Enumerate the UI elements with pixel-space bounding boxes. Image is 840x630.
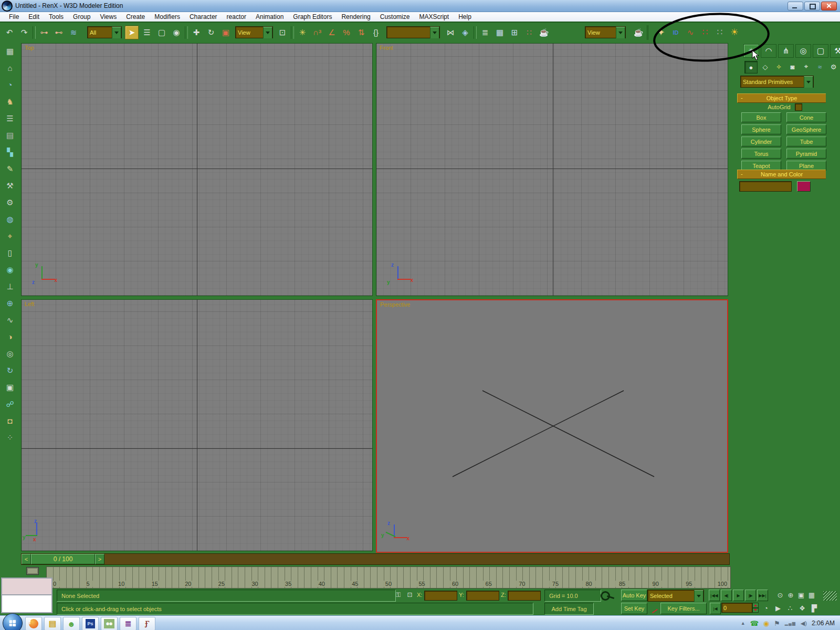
time-slider-track[interactable]: < 0 / 100 > bbox=[21, 553, 730, 565]
cat-systems-icon[interactable]: ⚙ bbox=[827, 61, 839, 72]
select-and-link-icon[interactable]: ⊶ bbox=[38, 26, 50, 39]
viewport-top[interactable]: Top y z x bbox=[21, 43, 373, 296]
collapse-icon[interactable]: - bbox=[741, 171, 743, 177]
select-and-scale-icon[interactable]: ▣ bbox=[219, 26, 232, 39]
cat-lights-icon[interactable]: ✧ bbox=[773, 61, 785, 72]
material-editor-icon[interactable]: ∷ bbox=[523, 26, 536, 39]
toolbar-separator[interactable] bbox=[647, 25, 653, 40]
select-by-name-icon[interactable]: ☰ bbox=[141, 26, 153, 39]
w3d-assign-id-icon[interactable]: ∷ bbox=[713, 26, 726, 39]
play-selected-icon[interactable]: ▶ bbox=[773, 603, 783, 613]
time-configuration-icon[interactable]: ◔ bbox=[761, 603, 771, 613]
object-name-field[interactable] bbox=[739, 181, 792, 192]
w3d-cam-tool-icon[interactable]: ◘ bbox=[4, 415, 16, 427]
object-type-button[interactable]: Cone bbox=[786, 112, 826, 122]
cat-spacewarps-icon[interactable]: ≈ bbox=[814, 61, 826, 72]
cat-helpers-icon[interactable]: ⌖ bbox=[800, 61, 812, 72]
select-and-rotate-icon[interactable]: ↻ bbox=[205, 26, 217, 39]
cat-geometry-icon[interactable]: ● bbox=[744, 61, 758, 74]
menu-item[interactable]: Character bbox=[185, 13, 222, 21]
select-and-move-icon[interactable]: ✚ bbox=[190, 26, 203, 39]
footsteps-icon[interactable]: ∴ bbox=[785, 603, 795, 613]
menu-item[interactable]: MAXScript bbox=[414, 13, 454, 21]
select-and-manipulate-icon[interactable]: ✳ bbox=[296, 26, 309, 39]
w3d-id-icon[interactable]: ID bbox=[669, 26, 682, 39]
spinner-down-icon[interactable] bbox=[752, 608, 759, 613]
cat-shapes-icon[interactable]: ◇ bbox=[759, 61, 771, 72]
viewport-front[interactable]: Front z y x bbox=[376, 43, 728, 296]
motion-gizmo-icon[interactable]: ❖ bbox=[797, 603, 807, 613]
w3d-probe-tool-icon[interactable]: ☍ bbox=[4, 398, 16, 410]
w3d-monogram-tool-icon[interactable]: ◑ bbox=[4, 331, 16, 343]
language-flag-icon[interactable]: ⚑ bbox=[774, 620, 780, 627]
bind-to-spacewarp-icon[interactable]: ≋ bbox=[67, 26, 80, 39]
frame-number-field[interactable]: 0 bbox=[721, 603, 752, 613]
go-start-mini-icon[interactable]: |◀ bbox=[710, 603, 721, 614]
zoom-extents-icon[interactable]: ▣ bbox=[796, 590, 806, 600]
zoom-extents-all-icon[interactable]: ▦ bbox=[807, 590, 816, 600]
selection-lock-icon[interactable]: ⚿ bbox=[394, 590, 403, 600]
dropdown-arrow-icon[interactable] bbox=[430, 27, 439, 38]
zoom-all-icon[interactable]: ⊕ bbox=[786, 590, 795, 600]
tab-utilities-icon[interactable]: ⚒ bbox=[830, 44, 840, 58]
explorer-icon[interactable]: ▤ bbox=[44, 617, 61, 630]
w3d-panel-tool-icon[interactable]: ▤ bbox=[4, 129, 16, 141]
tab-motion-icon[interactable]: ◎ bbox=[795, 44, 811, 58]
object-type-button[interactable]: GeoSphere bbox=[786, 124, 826, 134]
add-time-tag[interactable]: Add Time Tag bbox=[544, 603, 594, 615]
quick-render-icon[interactable]: ☕ bbox=[632, 26, 645, 39]
maxscript-mini-listener[interactable] bbox=[1, 594, 52, 613]
set-key-toggle-icon[interactable] bbox=[649, 604, 657, 613]
menu-item[interactable]: Tools bbox=[44, 13, 68, 21]
close-button[interactable] bbox=[821, 2, 837, 10]
menu-item[interactable]: Help bbox=[454, 13, 476, 21]
w3d-rotate-tool-icon[interactable]: ↻ bbox=[4, 364, 16, 376]
dropdown-arrow-icon[interactable] bbox=[263, 27, 272, 38]
previous-frame-button[interactable]: < bbox=[22, 554, 31, 564]
menu-item[interactable]: Modifiers bbox=[150, 13, 185, 21]
render-scene-icon[interactable]: ☕ bbox=[538, 26, 550, 39]
go-to-end-icon[interactable]: ▶▶| bbox=[757, 590, 768, 601]
messenger-icon[interactable]: ☻ bbox=[63, 617, 80, 630]
selection-filter-dropdown[interactable]: All bbox=[87, 26, 122, 38]
edit-named-selections-icon[interactable]: {} bbox=[370, 26, 382, 39]
menu-item[interactable]: File bbox=[4, 13, 24, 21]
w3d-target-tool-icon[interactable]: ⌖ bbox=[4, 230, 16, 242]
winrar-icon[interactable]: ≣ bbox=[120, 617, 136, 630]
menu-item[interactable]: Rendering bbox=[337, 13, 375, 21]
w3d-pencil-tool-icon[interactable]: ✎ bbox=[4, 163, 16, 175]
w3d-hammer-tool-icon[interactable]: ⚒ bbox=[4, 180, 16, 192]
toolbar-separator[interactable] bbox=[33, 26, 36, 39]
menu-item[interactable]: Group bbox=[68, 13, 95, 21]
layer-manager-icon[interactable]: ≣ bbox=[479, 26, 491, 39]
w3d-sphere2-tool-icon[interactable]: ◍ bbox=[4, 213, 16, 225]
collapse-icon[interactable]: - bbox=[741, 94, 743, 101]
cd-drive-icon[interactable]: ◉ bbox=[763, 620, 769, 627]
object-type-button[interactable]: Sphere bbox=[741, 124, 781, 134]
menu-item[interactable]: Edit bbox=[24, 13, 44, 21]
phone-status-icon[interactable]: ☎ bbox=[750, 620, 759, 627]
angle-snap-icon[interactable]: ∠ bbox=[326, 26, 338, 39]
next-frame-icon[interactable]: |▶ bbox=[745, 590, 756, 601]
maximize-viewport-toggle-icon[interactable]: ▛ bbox=[810, 603, 819, 613]
schematic-view-icon[interactable]: ⊞ bbox=[508, 26, 521, 39]
w3d-globe-tool-icon[interactable]: ⊕ bbox=[4, 297, 16, 309]
go-to-start-icon[interactable]: |◀◀ bbox=[709, 590, 720, 601]
resize-grip[interactable] bbox=[823, 591, 837, 601]
unlink-selection-icon[interactable]: ⊷ bbox=[52, 26, 65, 39]
time-slider-handle[interactable]: 0 / 100 bbox=[31, 554, 95, 564]
w3d-dots-tool-icon[interactable]: ⁘ bbox=[4, 432, 16, 444]
w3d-layers-tool-icon[interactable]: ▚ bbox=[4, 146, 16, 158]
tab-hierarchy-icon[interactable]: ⋔ bbox=[778, 44, 794, 58]
w3d-lift-tool-icon[interactable]: ⊥ bbox=[4, 280, 16, 292]
spinner-snap-icon[interactable]: ⇅ bbox=[355, 26, 368, 39]
maxscript-mini-listener-macro[interactable] bbox=[1, 578, 52, 595]
y-coordinate-field[interactable] bbox=[466, 591, 499, 601]
frame-number-spinner[interactable]: 0 bbox=[721, 603, 759, 613]
autogrid-checkbox[interactable] bbox=[795, 103, 802, 111]
snap-toggle-icon[interactable]: ∩³ bbox=[311, 26, 323, 39]
minimize-button[interactable] bbox=[788, 2, 803, 10]
font-tool-icon[interactable]: Ꞙ bbox=[139, 617, 155, 630]
viewport-perspective[interactable]: Perspective z y x bbox=[376, 299, 728, 553]
w3d-wave-tool-icon[interactable]: ∿ bbox=[4, 314, 16, 326]
